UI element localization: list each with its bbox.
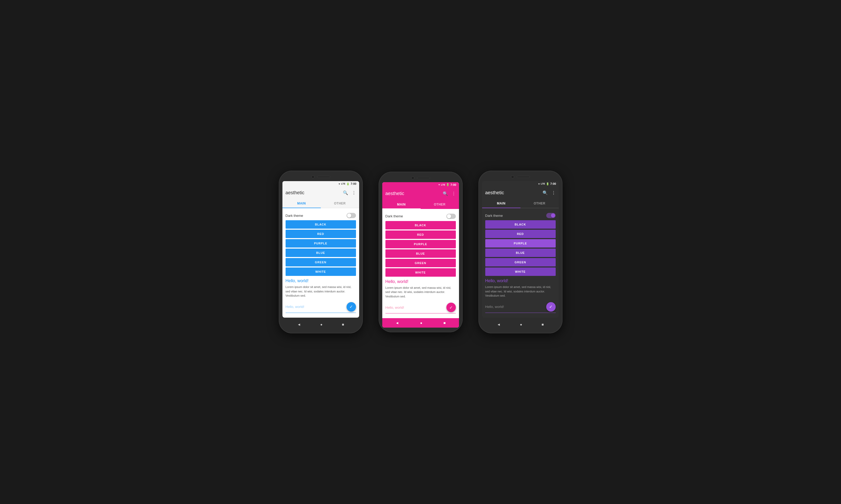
btn-purple-1[interactable]: PURPLE — [286, 239, 356, 248]
dark-theme-row-1: Dark theme — [286, 211, 356, 220]
content-1: Dark theme BLACK RED PURPLE BLUE GREEN W… — [282, 208, 359, 318]
nav-back-2[interactable]: ◄ — [395, 321, 399, 325]
app-title-2: aesthetic — [385, 191, 443, 196]
fab-3[interactable]: ✓ — [546, 302, 556, 311]
content-3: Dark theme BLACK RED PURPLE BLUE GREEN W… — [482, 208, 559, 318]
speaker-2 — [417, 177, 430, 179]
app-bar-1: aesthetic 🔍 ⋮ — [282, 186, 359, 199]
fab-2[interactable]: ✓ — [446, 303, 456, 312]
nav-recents-1[interactable]: ■ — [342, 322, 344, 327]
nav-home-2[interactable]: ● — [420, 321, 422, 325]
input-row-3: ✓ — [485, 301, 556, 313]
hello-body-2: Lorem ipsum dolor sit amet, sed massa wi… — [385, 286, 456, 299]
color-buttons-2: BLACK RED PURPLE BLUE GREEN WHITE — [385, 221, 456, 277]
hello-title-3: Hello, world! — [485, 278, 556, 283]
btn-green-2[interactable]: GREEN — [385, 259, 456, 267]
phone-top-bar-3 — [482, 175, 559, 179]
wifi-icon-1: ▾ — [339, 182, 340, 185]
dark-theme-row-3: Dark theme — [485, 211, 556, 220]
btn-black-1[interactable]: BLACK — [286, 220, 356, 229]
btn-red-1[interactable]: RED — [286, 230, 356, 238]
text-input-2[interactable] — [385, 306, 444, 309]
search-icon-2[interactable]: 🔍 — [443, 191, 448, 196]
btn-white-3[interactable]: WHITE — [485, 268, 556, 276]
time-3: 7:00 — [550, 182, 556, 185]
dark-theme-toggle-3[interactable] — [546, 213, 556, 218]
tabs-1: MAIN OTHER — [282, 199, 359, 208]
front-camera-1 — [311, 175, 314, 179]
app-bar-2: aesthetic 🔍 ⋮ — [382, 187, 459, 200]
tab-other-1[interactable]: OTHER — [321, 199, 359, 208]
color-buttons-3: BLACK RED PURPLE BLUE GREEN WHITE — [485, 220, 556, 276]
hello-body-3: Lorem ipsum dolor sit amet, sed massa wi… — [485, 285, 556, 298]
menu-icon-2[interactable]: ⋮ — [452, 191, 456, 196]
nav-home-1[interactable]: ● — [320, 322, 322, 327]
hello-body-1: Lorem ipsum dolor sit amet, sed massa wi… — [286, 285, 356, 298]
tab-other-3[interactable]: OTHER — [520, 199, 559, 208]
status-bar-2: ▾ LTE 🔋 7:00 — [382, 182, 459, 187]
dark-theme-label-3: Dark theme — [485, 214, 503, 218]
nav-back-1[interactable]: ◄ — [297, 322, 301, 327]
menu-icon-1[interactable]: ⋮ — [352, 190, 356, 195]
btn-black-2[interactable]: BLACK — [385, 221, 456, 230]
tabs-3: MAIN OTHER — [482, 199, 559, 208]
nav-back-3[interactable]: ◄ — [497, 322, 500, 327]
app-bar-icons-2: 🔍 ⋮ — [443, 191, 456, 196]
btn-green-1[interactable]: GREEN — [286, 258, 356, 267]
btn-white-1[interactable]: WHITE — [286, 268, 356, 276]
speaker-1 — [317, 176, 330, 178]
tab-main-2[interactable]: MAIN — [382, 200, 420, 209]
tab-other-2[interactable]: OTHER — [420, 200, 459, 209]
bottom-nav-2: ◄ ● ■ — [382, 318, 459, 328]
speaker-3 — [517, 176, 530, 178]
phone-bottom-bar-3: ◄ ● ■ — [482, 320, 559, 329]
battery-icon-1: 🔋 — [346, 182, 349, 185]
btn-blue-1[interactable]: BLUE — [286, 249, 356, 257]
tab-main-3[interactable]: MAIN — [482, 199, 520, 208]
front-camera-2 — [411, 176, 414, 180]
content-2: Dark theme BLACK RED PURPLE BLUE GREEN W… — [382, 209, 459, 319]
phone-bottom-bar-1: ◄ ● ■ — [282, 320, 359, 329]
nav-recents-3[interactable]: ■ — [542, 322, 544, 327]
app-bar-icons-1: 🔍 ⋮ — [343, 190, 356, 195]
app-title-3: aesthetic — [485, 190, 543, 196]
lte-icon-3: LTE — [541, 182, 545, 185]
tab-main-1[interactable]: MAIN — [282, 199, 321, 208]
text-input-3[interactable] — [485, 305, 544, 309]
menu-icon-3[interactable]: ⋮ — [551, 190, 556, 195]
nav-recents-2[interactable]: ■ — [444, 321, 446, 325]
screen-3: ▾ LTE 🔋 7:00 aesthetic 🔍 ⋮ MAIN OTHER Da… — [482, 181, 559, 318]
btn-blue-2[interactable]: BLUE — [385, 249, 456, 258]
hello-title-2: Hello, world! — [385, 279, 456, 284]
btn-blue-3[interactable]: BLUE — [485, 249, 556, 257]
dark-theme-toggle-2[interactable] — [446, 214, 456, 219]
tabs-2: MAIN OTHER — [382, 200, 459, 209]
text-input-1[interactable] — [286, 305, 344, 309]
phone-2: ▾ LTE 🔋 7:00 aesthetic 🔍 ⋮ MAIN OTHER Da… — [379, 172, 463, 332]
front-camera-3 — [511, 175, 514, 179]
screen-2: ▾ LTE 🔋 7:00 aesthetic 🔍 ⋮ MAIN OTHER Da… — [382, 182, 459, 328]
btn-red-3[interactable]: RED — [485, 230, 556, 238]
btn-red-2[interactable]: RED — [385, 231, 456, 239]
input-row-2: ✓ — [385, 302, 456, 313]
input-row-1: ✓ — [286, 301, 356, 313]
phone-3: ▾ LTE 🔋 7:00 aesthetic 🔍 ⋮ MAIN OTHER Da… — [478, 170, 563, 334]
fab-1[interactable]: ✓ — [346, 302, 356, 311]
btn-purple-2[interactable]: PURPLE — [385, 240, 456, 248]
time-1: 7:00 — [350, 182, 356, 185]
lte-icon-1: LTE — [341, 182, 345, 185]
search-icon-1[interactable]: 🔍 — [343, 190, 348, 195]
btn-black-3[interactable]: BLACK — [485, 220, 556, 229]
btn-green-3[interactable]: GREEN — [485, 258, 556, 267]
wifi-icon-3: ▾ — [538, 182, 540, 185]
dark-theme-toggle-1[interactable] — [346, 213, 356, 218]
search-icon-3[interactable]: 🔍 — [543, 190, 548, 195]
btn-white-2[interactable]: WHITE — [385, 268, 456, 277]
hello-title-1: Hello, world! — [286, 278, 356, 283]
nav-home-3[interactable]: ● — [520, 322, 522, 327]
color-buttons-1: BLACK RED PURPLE BLUE GREEN WHITE — [286, 220, 356, 276]
battery-icon-2: 🔋 — [446, 183, 449, 186]
btn-purple-3[interactable]: PURPLE — [485, 239, 556, 248]
lte-icon-2: LTE — [441, 183, 445, 186]
dark-theme-row-2: Dark theme — [385, 212, 456, 221]
